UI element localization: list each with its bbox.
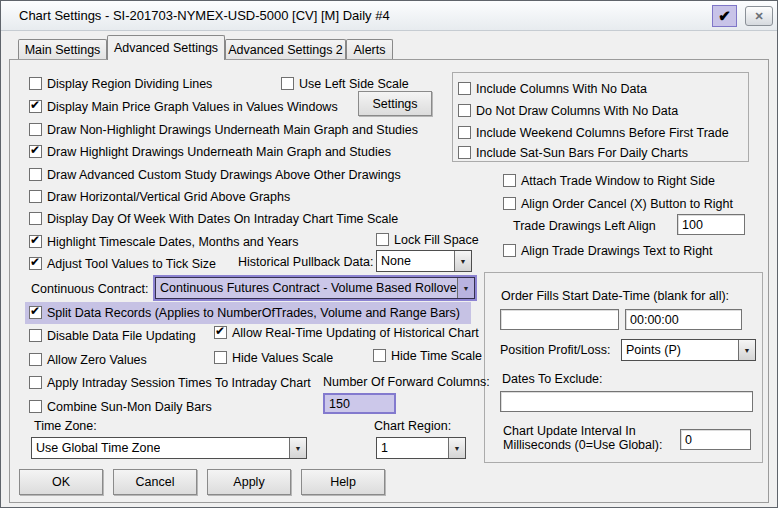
display-region-dividing-lines-checkbox[interactable] [29,77,42,90]
checkbox-row-allow-realtime[interactable]: Allow Real-Time Updating of Historical C… [214,325,479,340]
checkbox-row-align-trade-drawings-text[interactable]: Align Trade Drawings Text to Right [503,243,713,258]
highlight-timescale-checkbox[interactable] [29,235,42,248]
use-left-side-scale-checkbox[interactable] [281,77,294,90]
checkbox-row-apply-intraday-session[interactable]: Apply Intraday Session Times To Intraday… [29,375,311,390]
hide-time-scale-checkbox[interactable] [373,349,386,362]
chevron-down-icon[interactable]: ▼ [454,251,471,271]
draw-advanced-custom-checkbox[interactable] [29,168,42,181]
tab-main-settings[interactable]: Main Settings [18,39,107,60]
position-profit-loss-select[interactable]: Points (P) ▼ [621,339,756,361]
include-columns-no-data-checkbox[interactable] [458,82,471,95]
dates-to-exclude-input[interactable] [500,391,753,412]
chevron-down-icon[interactable]: ▼ [738,340,755,360]
display-main-price-checkbox[interactable] [29,100,42,113]
continuous-contract-select[interactable]: Continuous Futures Contract - Volume Bas… [155,277,475,299]
checkbox-row-do-not-draw-columns[interactable]: Do Not Draw Columns With No Data [458,103,678,118]
do-not-draw-columns-checkbox[interactable] [458,104,471,117]
align-order-cancel-checkbox[interactable] [503,197,516,210]
chart-update-interval-label-line2: Milliseconds (0=Use Global): [503,438,662,452]
trade-drawings-left-align-input[interactable]: 100 [677,214,745,235]
titlebar-pin-checkbox[interactable]: ✔ [712,5,737,27]
historical-pullback-label: Historical Pullback Data: [238,255,373,269]
checkbox-label: Do Not Draw Columns With No Data [476,104,678,118]
chart-update-interval-input[interactable]: 0 [680,429,751,450]
checkbox-row-attach-trade-window[interactable]: Attach Trade Window to Right Side [503,173,715,188]
checkbox-row-include-sat-sun[interactable]: Include Sat-Sun Bars For Daily Charts [458,145,688,160]
draw-highlight-checkbox[interactable] [29,145,42,158]
titlebar: Chart Settings - SI-201703-NYMEX-USD-500… [1,1,777,31]
split-data-records-checkbox[interactable] [29,306,42,319]
chevron-down-icon[interactable]: ▼ [457,278,474,298]
checkbox-row-hide-values-scale[interactable]: Hide Values Scale [214,350,333,365]
include-sat-sun-checkbox[interactable] [458,146,471,159]
checkbox-row-display-main-price[interactable]: Display Main Price Graph Values in Value… [29,99,338,114]
settings-button[interactable]: Settings [358,91,432,116]
order-fills-time-input[interactable]: 00:00:00 [625,309,742,330]
align-trade-drawings-text-checkbox[interactable] [503,244,516,257]
checkbox-row-draw-advanced-custom[interactable]: Draw Advanced Custom Study Drawings Abov… [29,167,401,182]
order-fills-date-input[interactable] [500,309,619,330]
checkbox-row-split-data-records[interactable]: Split Data Records (Applies to NumberOfT… [29,305,460,320]
chart-region-select[interactable]: 1 ▼ [376,437,466,459]
chart-update-interval-label-line1: Chart Update Interval In [503,424,662,438]
checkbox-row-use-left-side-scale[interactable]: Use Left Side Scale [281,76,409,91]
dates-to-exclude-label: Dates To Exclude: [502,372,603,386]
checkbox-row-draw-grid-above[interactable]: Draw Horizontal/Vertical Grid Above Grap… [29,189,290,204]
include-weekend-columns-checkbox[interactable] [458,126,471,139]
combine-sun-mon-checkbox[interactable] [29,400,42,413]
adjust-tool-values-checkbox[interactable] [29,257,42,270]
draw-grid-above-checkbox[interactable] [29,190,42,203]
checkbox-label: Use Left Side Scale [299,77,409,91]
checkbox-row-align-order-cancel[interactable]: Align Order Cancel (X) Button to Right [503,196,733,211]
cancel-button[interactable]: Cancel [113,469,197,495]
help-button[interactable]: Help [301,469,385,495]
close-icon[interactable]: ✕ [745,6,773,26]
display-day-of-week-checkbox[interactable] [29,212,42,225]
checkbox-label: Include Weekend Columns Before First Tra… [476,126,729,140]
checkbox-row-hide-time-scale[interactable]: Hide Time Scale [373,348,482,363]
checkbox-row-display-day-of-week[interactable]: Display Day Of Week With Dates On Intrad… [29,211,398,226]
checkbox-row-draw-non-highlight[interactable]: Draw Non-Highlight Drawings Underneath M… [29,122,418,137]
checkbox-label: Align Trade Drawings Text to Right [521,244,713,258]
lock-fill-space-checkbox[interactable] [376,233,389,246]
checkbox-row-lock-fill-space[interactable]: Lock Fill Space [376,232,479,247]
checkbox-row-allow-zero[interactable]: Allow Zero Values [29,352,147,367]
checkbox-row-display-region-dividing-lines[interactable]: Display Region Dividing Lines [29,76,212,91]
hide-values-scale-checkbox[interactable] [214,351,227,364]
checkbox-label: Display Main Price Graph Values in Value… [47,100,338,114]
checkbox-row-highlight-timescale[interactable]: Highlight Timescale Dates, Months and Ye… [29,234,299,249]
number-forward-columns-input[interactable]: 150 [323,393,396,414]
time-zone-select[interactable]: Use Global Time Zone ▼ [31,437,307,459]
checkbox-label: Hide Time Scale [391,349,482,363]
historical-pullback-select[interactable]: None ▼ [376,250,472,272]
allow-realtime-checkbox[interactable] [214,326,227,339]
checkbox-row-draw-highlight[interactable]: Draw Highlight Drawings Underneath Main … [29,144,391,159]
checkbox-label: Highlight Timescale Dates, Months and Ye… [47,235,299,249]
checkbox-row-include-weekend-columns[interactable]: Include Weekend Columns Before First Tra… [458,125,729,140]
allow-zero-checkbox[interactable] [29,353,42,366]
window-title: Chart Settings - SI-201703-NYMEX-USD-500… [19,1,390,31]
checkbox-row-adjust-tool-values[interactable]: Adjust Tool Values to Tick Size [29,256,216,271]
checkbox-label: Include Columns With No Data [476,82,647,96]
checkbox-row-combine-sun-mon[interactable]: Combine Sun-Mon Daily Bars [29,399,212,414]
checkbox-label: Draw Advanced Custom Study Drawings Abov… [47,168,401,182]
chevron-down-icon[interactable]: ▼ [289,438,306,458]
apply-intraday-session-checkbox[interactable] [29,376,42,389]
checkbox-row-disable-data-file[interactable]: Disable Data File Updating [29,328,196,343]
chart-settings-dialog: Chart Settings - SI-201703-NYMEX-USD-500… [0,0,778,508]
time-zone-value: Use Global Time Zone [32,441,160,455]
checkbox-label: Split Data Records (Applies to NumberOfT… [47,306,460,320]
apply-button[interactable]: Apply [207,469,291,495]
chart-update-interval-label: Chart Update Interval In Milliseconds (0… [503,424,662,452]
chart-region-value: 1 [377,441,388,455]
chevron-down-icon[interactable]: ▼ [448,438,465,458]
tab-advanced-settings[interactable]: Advanced Settings [107,35,225,60]
draw-non-highlight-checkbox[interactable] [29,123,42,136]
attach-trade-window-checkbox[interactable] [503,174,516,187]
disable-data-file-checkbox[interactable] [29,329,42,342]
checkbox-label: Include Sat-Sun Bars For Daily Charts [476,146,688,160]
tab-advanced-settings-2[interactable]: Advanced Settings 2 [225,39,346,60]
tab-alerts[interactable]: Alerts [346,39,393,60]
checkbox-row-include-columns-no-data[interactable]: Include Columns With No Data [458,81,647,96]
ok-button[interactable]: OK [19,469,103,495]
